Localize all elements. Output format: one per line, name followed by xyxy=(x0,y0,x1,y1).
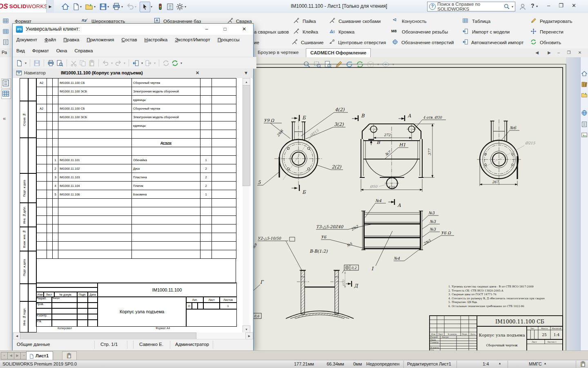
ribbon-update[interactable]: Обновить xyxy=(540,38,561,47)
ribbon-thread[interactable]: Обозначение резьбы xyxy=(402,27,448,36)
ribbon-glue[interactable]: Клейка xyxy=(303,27,318,36)
close-button[interactable]: ✕ xyxy=(572,2,576,9)
drawing-sheet[interactable]: У9 Ω 2№6 Б Б Ø215 4(2) 3(2) 2(2) 5 xyxy=(220,57,588,356)
user-account-icon[interactable] xyxy=(518,2,528,12)
ribbon-edge[interactable]: Кромка xyxy=(339,27,354,36)
client-export-dropdown-icon[interactable]: ▾ xyxy=(154,61,156,65)
table-row[interactable] xyxy=(36,147,236,156)
scale-dropdown-icon[interactable]: ▴ xyxy=(499,361,501,365)
ribbon-edit[interactable]: Редактировать xyxy=(540,17,572,26)
new-dropdown-icon[interactable]: ▾ xyxy=(80,5,82,9)
ribbon-solder[interactable]: Пайка xyxy=(303,17,316,26)
search-dropdown-icon[interactable]: ▾ xyxy=(512,5,513,9)
menu-view[interactable]: Вид xyxy=(13,46,29,53)
table-row[interactable]: А2IM1000.11.100 СБСборочный чертеж xyxy=(36,79,236,87)
table-anchor-icon[interactable] xyxy=(2,28,9,35)
client-export-icon[interactable] xyxy=(145,60,152,67)
menu-composition[interactable]: Состав xyxy=(118,35,140,42)
client-refresh-icon[interactable] xyxy=(163,60,169,67)
ribbon-table[interactable]: Таблица xyxy=(472,17,490,26)
client-sync-icon[interactable] xyxy=(172,60,178,67)
menu-windows[interactable]: Окна xyxy=(53,46,71,53)
ribbon-center-holes[interactable]: Центровые отверстия xyxy=(338,38,386,47)
table-row[interactable]: единицы xyxy=(36,96,236,104)
client-preview-icon[interactable] xyxy=(56,60,63,67)
client-import-icon[interactable] xyxy=(132,60,139,67)
print-button[interactable] xyxy=(111,2,121,11)
table-row[interactable] xyxy=(36,130,236,139)
table-row[interactable] xyxy=(36,224,236,233)
pane-left-icon[interactable]: ◀ xyxy=(534,49,540,56)
client-redo-dropdown-icon[interactable]: ▾ xyxy=(124,61,125,65)
search-icon[interactable] xyxy=(503,3,510,10)
open-button[interactable] xyxy=(84,2,94,11)
tab-close-icon[interactable]: ✕ xyxy=(196,70,199,76)
interference-check-icon[interactable] xyxy=(155,2,165,11)
units-dropdown-icon[interactable]: ▴ xyxy=(544,361,546,365)
client-cut-icon[interactable] xyxy=(70,60,77,67)
logo-expand-button[interactable]: ▶ xyxy=(47,0,54,13)
table-row[interactable]: 2IM1000.11.102Диск2 xyxy=(36,164,236,173)
menu-edit[interactable]: Правка xyxy=(60,35,83,42)
ribbon-partial-ie[interactable]: ие xyxy=(254,38,259,47)
sheet-scale[interactable]: 1:4 xyxy=(483,361,489,366)
tab-drawing-browser[interactable]: Броузер в чертеже xyxy=(254,48,303,57)
undo-dropdown-icon[interactable]: ▾ xyxy=(135,5,136,9)
ribbon-taper[interactable]: Конусность xyxy=(402,17,427,26)
tab-cadmech[interactable]: CADMECH Оформление xyxy=(306,48,371,57)
table-row[interactable] xyxy=(36,199,236,207)
tab-list-dropdown-icon[interactable]: ▼ xyxy=(244,70,248,75)
sheet-prev-button[interactable]: ◀ xyxy=(7,352,14,359)
menu-applications[interactable]: Приложения xyxy=(83,35,118,42)
client-titlebar[interactable]: IPS Универсальный клиент: – □ ✕ xyxy=(13,24,253,35)
client-import-dropdown-icon[interactable]: ▾ xyxy=(141,61,143,65)
help-button[interactable]: ? xyxy=(531,2,535,9)
menu-processes[interactable]: Процессы xyxy=(214,35,243,42)
doc-minimize-icon[interactable]: – xyxy=(555,49,562,56)
table-row[interactable] xyxy=(36,207,236,216)
client-redo-icon[interactable] xyxy=(115,60,122,67)
help-search-input[interactable]: ? Поиск в Справке по SOLIDWORKS ▾ xyxy=(427,2,515,11)
minimize-button[interactable]: – xyxy=(547,2,550,9)
pane-right-icon[interactable]: ▶ xyxy=(546,49,552,56)
home-button[interactable] xyxy=(60,2,70,11)
tab-navigator[interactable]: Навигатор xyxy=(24,70,46,75)
table-row[interactable]: 1IM1000.11.101Обечайка1 xyxy=(36,156,236,164)
table-row[interactable] xyxy=(36,233,236,242)
table-row[interactable]: 4IM1000.11.104Платик2 xyxy=(36,182,236,190)
table-row[interactable]: Детали xyxy=(36,139,236,147)
tab-partial[interactable]: Ра xyxy=(2,50,7,55)
table-row[interactable] xyxy=(36,242,236,250)
client-maximize-button[interactable]: □ xyxy=(219,25,231,33)
view-side-flange[interactable] xyxy=(477,119,524,186)
client-paste-icon[interactable] xyxy=(88,60,95,67)
sheet-tab-list1[interactable]: Лист1 xyxy=(26,351,53,360)
client-print-icon[interactable] xyxy=(47,60,54,67)
menu-help[interactable]: Справка xyxy=(71,46,96,53)
help-dropdown-icon[interactable]: ▾ xyxy=(536,4,538,8)
panel-tool-icon-2[interactable] xyxy=(1,89,11,99)
save-dropdown-icon[interactable]: ▾ xyxy=(107,5,109,9)
new-document-button[interactable] xyxy=(71,2,81,11)
client-new-icon[interactable] xyxy=(16,60,23,67)
view-bottom-section[interactable] xyxy=(247,237,359,319)
format-left-icon[interactable] xyxy=(2,18,9,24)
ribbon-staple[interactable]: Сшивание скобами xyxy=(339,17,381,26)
universal-client-window[interactable]: IPS Универсальный клиент: – □ ✕ Документ… xyxy=(12,23,254,351)
ribbon-import-model[interactable]: Импорт с модели xyxy=(472,27,510,36)
client-undo-icon[interactable] xyxy=(102,60,109,67)
client-minimize-button[interactable]: – xyxy=(200,25,213,33)
doc-restore-icon[interactable]: ❐ xyxy=(566,49,572,56)
menu-format[interactable]: Формат xyxy=(29,46,53,53)
table-row[interactable]: А2IM1000.11.100 СБСборочный чертеж xyxy=(36,104,236,113)
sheet-next-button[interactable]: ▶ xyxy=(14,352,21,359)
ribbon-hole-callout[interactable]: Обозначение отверстий xyxy=(401,38,454,47)
table-row[interactable]: 5IM1000.11.106Боковина1 xyxy=(36,190,236,199)
client-new-dropdown-icon[interactable]: ▾ xyxy=(25,61,27,65)
options-gear-button[interactable] xyxy=(175,2,185,11)
view-main-body[interactable] xyxy=(352,115,446,205)
scroll-down-icon[interactable]: ▼ xyxy=(243,325,250,332)
ribbon-auto-import[interactable]: Автоматический импорт xyxy=(471,38,523,47)
panel-tool-icon-1[interactable] xyxy=(1,79,11,88)
table-row[interactable]: 3IM1000.11.103Пластина2 xyxy=(36,173,236,182)
